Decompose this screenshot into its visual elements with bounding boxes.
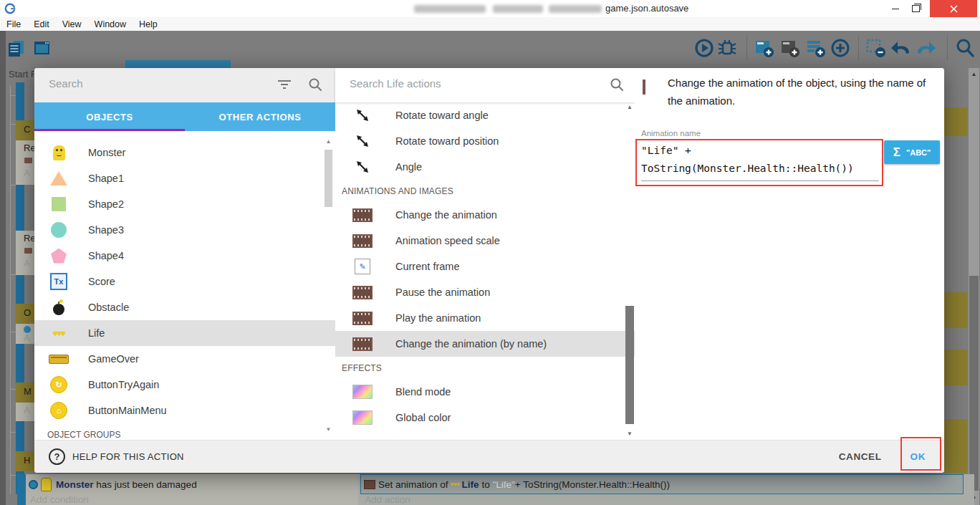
event-tree-line — [10, 86, 11, 494]
toolbar-separator — [746, 36, 747, 60]
scene-editor-icon[interactable] — [32, 37, 53, 59]
scroll-down-icon[interactable]: ▼ — [323, 426, 334, 433]
add-circle-icon[interactable] — [830, 37, 851, 59]
list-item-shape4[interactable]: Shape4 — [34, 243, 335, 269]
hearts-icon: ♥♥♥ — [451, 481, 460, 488]
scrollbar-thumb[interactable] — [969, 276, 979, 491]
annotation-rect-field — [635, 139, 883, 186]
menu-file[interactable]: File — [0, 19, 27, 29]
add-subevent-icon[interactable] — [805, 37, 827, 59]
annotation-rect-ok — [900, 437, 941, 471]
list-item-buttonmainmenu[interactable]: ⌂ ButtonMainMenu — [34, 398, 335, 423]
event-indent-bar — [17, 474, 26, 505]
blurred-title-text — [549, 5, 602, 13]
action-search-bar — [335, 68, 635, 102]
list-item-buttontryagain[interactable]: ↻ ButtonTryAgain — [34, 372, 335, 398]
event-row-fragment: M — [16, 383, 34, 403]
film-icon — [351, 282, 374, 303]
action-play-animation[interactable]: Play the animation — [335, 305, 635, 331]
monster-icon — [47, 142, 70, 163]
action-rotate-toward-position[interactable]: Rotate toward position — [335, 128, 635, 154]
list-item-shape3[interactable]: Shape3 — [34, 217, 335, 243]
list-item-shape1[interactable]: Shape1 — [34, 165, 335, 191]
filter-icon[interactable] — [277, 79, 292, 90]
add-comment-icon[interactable] — [779, 37, 801, 59]
add-event-icon[interactable] — [754, 37, 775, 59]
film-icon — [351, 333, 374, 355]
circle-icon — [47, 219, 70, 241]
event-condition-cell: Monster has just been damaged Add condit… — [26, 474, 358, 505]
action-animation-speed-scale[interactable]: Animation speed scale — [335, 228, 635, 254]
action-angle[interactable]: Angle — [335, 154, 635, 180]
list-item-life-selected[interactable]: ♥♥♥ Life — [34, 320, 335, 346]
object-search-input[interactable] — [47, 77, 265, 90]
monster-object-icon — [41, 478, 52, 491]
scroll-up-icon[interactable]: ▲ — [323, 138, 334, 145]
project-manager-icon[interactable] — [6, 37, 27, 59]
tab-other-actions[interactable]: OTHER ACTIONS — [185, 102, 335, 131]
debug-icon[interactable] — [716, 37, 738, 59]
window-title: game.json.autosave — [605, 3, 688, 14]
film-icon — [351, 307, 374, 329]
open-expression-editor-button[interactable]: Σ "ABC" — [884, 140, 940, 164]
hearts-icon: ♥♥♥ — [47, 322, 70, 344]
scroll-up-icon[interactable]: ▲ — [625, 104, 635, 110]
action-current-frame[interactable]: ✎ Current frame — [335, 254, 635, 279]
action-blend-mode[interactable]: Blend mode — [335, 379, 635, 405]
scroll-down-icon[interactable]: ▼ — [625, 431, 635, 437]
list-item-shape2[interactable]: Shape2 — [34, 191, 335, 217]
banner-icon — [47, 348, 70, 370]
action-global-color[interactable]: Global color — [335, 405, 635, 431]
redo-icon[interactable] — [916, 37, 937, 59]
cancel-button[interactable]: CANCEL — [839, 451, 882, 462]
menu-view[interactable]: View — [56, 19, 88, 29]
events-scrollbar[interactable]: ▲ ▼ — [969, 68, 979, 505]
event-row-fragment: Re A — [16, 140, 34, 185]
rotate-icon — [351, 156, 374, 178]
list-item-score[interactable]: Tx Score — [34, 269, 335, 294]
play-icon[interactable] — [693, 37, 715, 59]
film-icon — [364, 480, 375, 489]
action-expression-string: "Life" — [492, 479, 514, 490]
action-list-scrollbar[interactable]: ▲ ▼ — [625, 102, 635, 441]
event-row-fragment — [944, 292, 967, 328]
text-object-icon: Tx — [47, 271, 70, 292]
animation-name-label: Animation name — [641, 129, 701, 138]
list-item-gameover[interactable]: GameOver — [34, 346, 335, 372]
event-row-fragment — [944, 419, 967, 473]
action-change-animation-by-name-selected[interactable]: Change the animation (by name) — [335, 331, 635, 357]
rotate-icon — [351, 105, 374, 126]
scrollbar-thumb[interactable] — [625, 306, 634, 424]
list-item-obstacle[interactable]: Obstacle — [34, 294, 335, 320]
menu-help[interactable]: Help — [133, 19, 164, 29]
maximize-icon — [912, 5, 920, 12]
menu-edit[interactable]: Edit — [27, 19, 56, 29]
maximize-button[interactable] — [905, 0, 926, 17]
help-for-this-action-link[interactable]: ? HELP FOR THIS ACTION — [49, 448, 184, 465]
menu-window[interactable]: Window — [88, 19, 133, 29]
action-search-input[interactable] — [348, 77, 566, 90]
menu-bar: File Edit View Window Help — [0, 17, 980, 31]
scene-tab-label: Start F — [9, 69, 37, 80]
behavior-gear-icon — [29, 480, 38, 489]
list-item-monster[interactable]: Monster — [34, 140, 335, 165]
action-pause-animation[interactable]: Pause the animation — [335, 279, 635, 305]
blurred-title-text — [414, 5, 486, 13]
event-row-fragment: H — [16, 451, 34, 471]
film-icon — [643, 81, 645, 94]
minimize-button[interactable] — [885, 0, 905, 17]
undo-icon[interactable] — [890, 37, 911, 59]
scroll-up-icon[interactable]: ▲ — [969, 71, 979, 77]
close-button[interactable] — [930, 0, 977, 17]
action-change-animation[interactable]: Change the animation — [335, 202, 635, 228]
delete-event-icon[interactable] — [865, 37, 887, 59]
toolbar-separator — [947, 36, 948, 60]
frame-icon: ✎ — [351, 256, 374, 277]
search-toolbar-icon[interactable] — [954, 37, 976, 59]
tab-objects[interactable]: OBJECTS — [34, 102, 185, 131]
title-bar: game.json.autosave — [0, 0, 980, 17]
scrollbar-thumb[interactable] — [325, 150, 332, 207]
object-list-scrollbar[interactable]: ▲ ▼ — [323, 140, 334, 435]
left-panel-edge — [0, 31, 6, 505]
action-rotate-toward-angle[interactable]: Rotate toward angle — [335, 102, 635, 128]
